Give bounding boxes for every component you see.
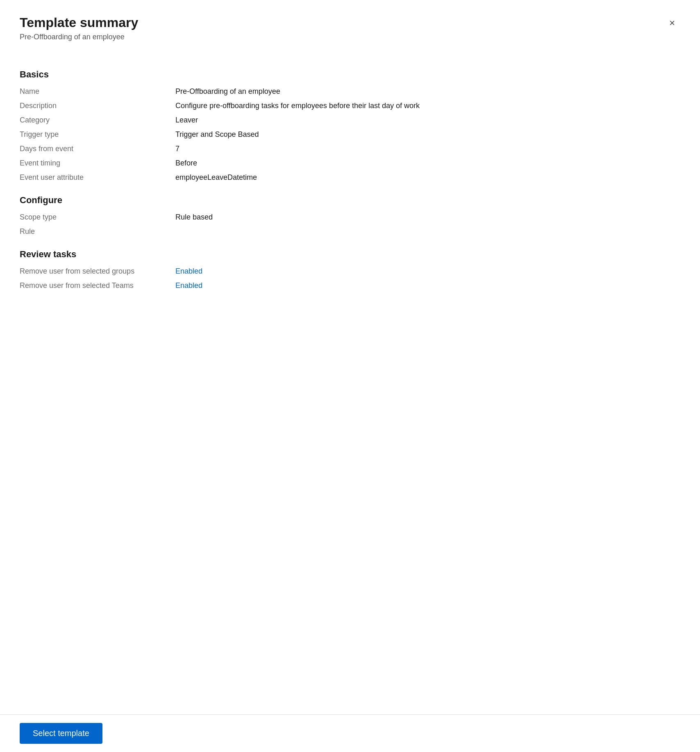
- field-row-remove-groups: Remove user from selected groups Enabled: [20, 267, 680, 276]
- field-label-description: Description: [20, 102, 175, 110]
- field-value-trigger-type: Trigger and Scope Based: [175, 130, 259, 139]
- dialog-title: Template summary: [20, 15, 680, 30]
- select-template-button[interactable]: Select template: [20, 723, 102, 744]
- field-row-trigger-type: Trigger type Trigger and Scope Based: [20, 130, 680, 139]
- field-label-event-timing: Event timing: [20, 159, 175, 168]
- field-value-remove-groups: Enabled: [175, 267, 202, 276]
- basics-section: Basics Name Pre-Offboarding of an employ…: [20, 69, 680, 182]
- dialog-footer: Select template: [0, 714, 700, 752]
- close-button[interactable]: ×: [664, 15, 680, 31]
- field-row-days-from-event: Days from event 7: [20, 145, 680, 153]
- field-label-category: Category: [20, 116, 175, 125]
- field-value-description: Configure pre-offboarding tasks for empl…: [175, 102, 420, 110]
- field-row-category: Category Leaver: [20, 116, 680, 125]
- field-label-name: Name: [20, 87, 175, 96]
- field-row-scope-type: Scope type Rule based: [20, 213, 680, 222]
- field-label-rule: Rule: [20, 227, 175, 236]
- field-row-event-timing: Event timing Before: [20, 159, 680, 168]
- field-label-remove-teams: Remove user from selected Teams: [20, 281, 175, 290]
- dialog-header: Template summary Pre-Offboarding of an e…: [0, 0, 700, 50]
- configure-section: Configure Scope type Rule based Rule: [20, 195, 680, 236]
- field-label-event-user-attribute: Event user attribute: [20, 173, 175, 182]
- field-label-trigger-type: Trigger type: [20, 130, 175, 139]
- field-row-event-user-attribute: Event user attribute employeeLeaveDateti…: [20, 173, 680, 182]
- template-summary-dialog: Template summary Pre-Offboarding of an e…: [0, 0, 700, 752]
- field-value-name: Pre-Offboarding of an employee: [175, 87, 280, 96]
- field-row-name: Name Pre-Offboarding of an employee: [20, 87, 680, 96]
- field-label-days-from-event: Days from event: [20, 145, 175, 153]
- configure-section-title: Configure: [20, 195, 680, 206]
- field-row-remove-teams: Remove user from selected Teams Enabled: [20, 281, 680, 290]
- field-label-scope-type: Scope type: [20, 213, 175, 222]
- dialog-subtitle: Pre-Offboarding of an employee: [20, 33, 680, 41]
- basics-section-title: Basics: [20, 69, 680, 80]
- field-value-category: Leaver: [175, 116, 198, 125]
- review-tasks-section-title: Review tasks: [20, 249, 680, 260]
- field-value-days-from-event: 7: [175, 145, 180, 153]
- field-row-rule: Rule: [20, 227, 680, 236]
- field-value-scope-type: Rule based: [175, 213, 213, 222]
- review-tasks-section: Review tasks Remove user from selected g…: [20, 249, 680, 290]
- field-value-event-user-attribute: employeeLeaveDatetime: [175, 173, 257, 182]
- field-label-remove-groups: Remove user from selected groups: [20, 267, 175, 276]
- dialog-content: Basics Name Pre-Offboarding of an employ…: [0, 50, 700, 714]
- field-value-event-timing: Before: [175, 159, 197, 168]
- field-value-remove-teams: Enabled: [175, 281, 202, 290]
- field-row-description: Description Configure pre-offboarding ta…: [20, 102, 680, 110]
